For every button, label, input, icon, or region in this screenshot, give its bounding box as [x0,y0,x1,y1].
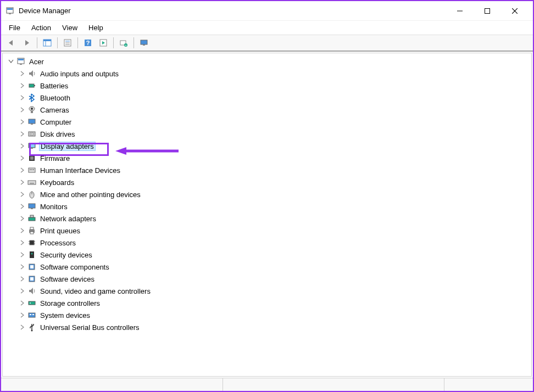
menu-help[interactable]: Help [83,22,109,33]
statusbar [1,378,533,391]
expand-icon[interactable] [18,203,26,210]
expand-icon[interactable] [18,191,26,198]
tree-category-label: Display adapters [39,142,96,151]
statusbar-cell [1,378,223,391]
software-icon [27,275,37,283]
tree-category[interactable]: Print queues [3,225,531,237]
tree-category[interactable]: Bluetooth [3,92,531,104]
statusbar-cell [223,378,445,391]
device-tree[interactable]: Acer Audio inputs and outputsBatteriesBl… [2,53,532,377]
network-icon [27,214,37,223]
svg-text:?: ? [86,40,90,46]
toolbar-separator [113,37,114,48]
tree-category[interactable]: Universal Serial Bus controllers [3,321,531,333]
expand-icon[interactable] [18,215,26,222]
expand-icon[interactable] [18,178,26,186]
expand-icon[interactable] [18,94,26,102]
tree-category[interactable]: Firmware [3,152,531,164]
tree-category-label: Bluetooth [39,93,71,103]
tree-category-label: Security devices [39,250,93,260]
expand-icon[interactable] [18,323,26,331]
help-button[interactable]: ? [81,36,95,49]
computer-icon [16,57,26,66]
disk-icon [27,130,37,138]
expand-icon[interactable] [18,130,26,138]
expand-icon[interactable] [18,251,26,259]
tree-category-label: Monitors [39,202,69,211]
hid-icon [27,166,37,175]
tree-category[interactable]: Processors [3,237,531,249]
scan-hardware-button[interactable]: + [116,36,131,49]
tree-category[interactable]: Audio inputs and outputs [3,68,531,80]
computer-icon [27,117,37,126]
forward-button[interactable] [20,36,34,49]
expand-icon[interactable] [18,166,26,174]
tree-category[interactable]: Display adapters [3,140,531,152]
svg-rect-50 [29,204,35,208]
sound-icon [27,287,37,295]
tree-category[interactable]: Software components [3,261,531,273]
system-icon [27,311,37,320]
menu-view[interactable]: View [57,22,83,33]
tree-category[interactable]: Mice and other pointing devices [3,188,531,200]
svg-rect-1 [7,8,13,10]
properties-button[interactable] [60,36,75,49]
minimize-button[interactable] [446,2,474,20]
svg-rect-30 [29,119,35,124]
monitor-button[interactable] [137,36,151,49]
bluetooth-icon [27,93,37,102]
svg-rect-21 [143,44,145,46]
menu-file[interactable]: File [3,22,26,33]
svg-rect-39 [30,156,34,160]
expand-icon[interactable] [18,311,26,319]
tree-category[interactable]: Network adapters [3,212,531,225]
toolbar-separator [37,37,37,48]
svg-rect-31 [31,124,33,125]
close-button[interactable] [501,2,529,20]
tree-category[interactable]: Computer [3,116,531,128]
expand-icon[interactable] [18,263,26,271]
maximize-button[interactable] [474,2,501,20]
tree-category-label: Batteries [39,81,69,91]
tree-category[interactable]: Sound, video and game controllers [3,285,531,297]
tree-category[interactable]: Storage controllers [3,297,531,309]
expand-icon[interactable] [18,142,26,150]
expand-icon[interactable] [18,82,26,89]
svg-rect-52 [29,217,35,221]
svg-rect-44 [28,181,36,184]
tree-category[interactable]: Monitors [3,200,531,212]
expand-icon[interactable] [18,239,26,247]
tree-category[interactable]: System devices [3,309,531,321]
tree-category[interactable]: Security devices [3,249,531,261]
menu-action[interactable]: Action [26,22,57,33]
expand-icon[interactable] [18,70,26,77]
expand-icon[interactable] [18,299,26,307]
back-button[interactable] [4,36,19,49]
tree-category-label: Print queues [39,226,81,236]
svg-rect-4 [485,8,490,13]
svg-rect-37 [31,148,33,149]
expand-icon[interactable] [18,275,26,283]
svg-rect-62 [30,251,34,258]
tree-category-label: Disk drives [39,130,76,139]
expand-icon[interactable] [18,227,26,234]
tree-category[interactable]: Software devices [3,273,531,285]
collapse-icon[interactable] [7,58,15,65]
svg-point-69 [30,303,31,304]
expand-icon[interactable] [18,118,26,126]
svg-text:+: + [125,43,127,47]
expand-icon[interactable] [18,287,26,295]
expand-icon[interactable] [18,106,26,114]
tree-category[interactable]: Disk drives [3,128,531,140]
show-hide-tree-button[interactable] [40,36,54,49]
tree-category-label: Universal Serial Bus controllers [39,323,141,332]
svg-rect-43 [33,169,34,170]
tree-category[interactable]: Human Interface Devices [3,164,531,176]
tree-category[interactable]: Keyboards [3,176,531,188]
svg-rect-41 [30,169,31,170]
tree-category[interactable]: Batteries [3,80,531,92]
tree-root[interactable]: Acer [3,55,531,68]
expand-icon[interactable] [18,154,26,162]
tree-category[interactable]: Cameras [3,104,531,116]
action-button[interactable] [96,36,110,49]
